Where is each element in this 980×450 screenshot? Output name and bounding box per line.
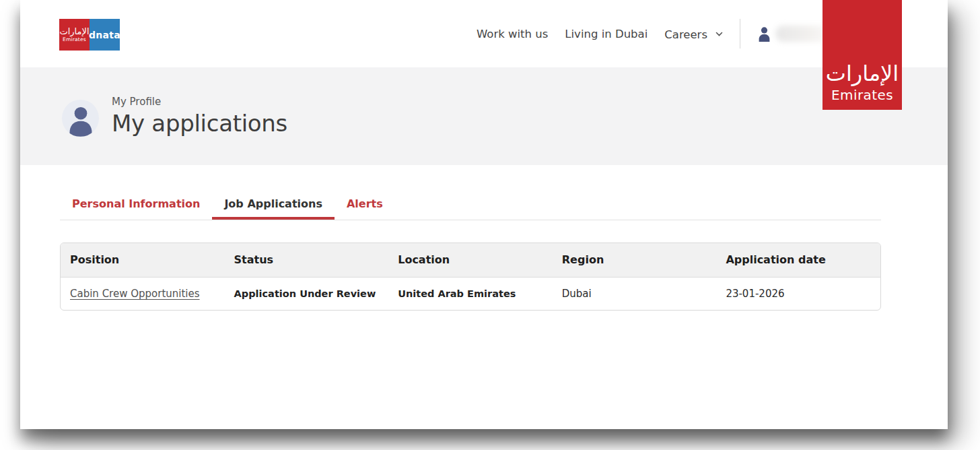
position-link[interactable]: Cabin Crew Opportunities (70, 288, 200, 300)
nav-item-careers[interactable]: Careers (664, 27, 723, 41)
nav-item-label: Work with us (477, 28, 548, 40)
table-row: Cabin Crew Opportunities Application Und… (61, 277, 880, 310)
region-cell: Dubai (553, 277, 717, 310)
page-window: الإمارات Emirates dnata Work with us Liv… (20, 0, 948, 429)
main-content: Personal Information Job Applications Al… (60, 197, 881, 311)
column-header-region: Region (553, 243, 717, 277)
tab-job-applications[interactable]: Job Applications (212, 197, 335, 220)
emirates-wordmark: Emirates (831, 87, 893, 103)
user-account-menu[interactable] (757, 26, 832, 42)
column-header-application-date: Application date (716, 243, 880, 277)
top-bar: الإمارات Emirates dnata Work with us Liv… (20, 0, 948, 67)
breadcrumb-my-profile: My Profile (112, 96, 287, 108)
nav-item-label: Living in Dubai (565, 28, 648, 40)
location-cell: United Arab Emirates (388, 277, 553, 310)
application-date-cell: 23-01-2026 (716, 277, 880, 310)
status-cell: Application Under Review (225, 277, 389, 310)
column-header-location: Location (388, 243, 553, 277)
nav-divider (740, 19, 740, 49)
tab-label: Alerts (347, 197, 383, 210)
profile-header-band: My Profile My applications (20, 67, 948, 165)
table-header-row: Position Status Location Region Applicat… (61, 243, 880, 277)
person-silhouette-icon (65, 104, 96, 137)
emirates-logo[interactable]: الإمارات Emirates (59, 19, 90, 51)
applications-table: Position Status Location Region Applicat… (60, 243, 881, 311)
avatar (62, 100, 99, 137)
page-title: My applications (112, 110, 287, 137)
tab-personal-information[interactable]: Personal Information (60, 197, 212, 220)
nav-item-work-with-us[interactable]: Work with us (477, 28, 548, 40)
chevron-down-icon (715, 27, 723, 40)
emirates-calligraphy-icon: الإمارات (826, 61, 899, 86)
column-header-position: Position (61, 243, 225, 277)
brand-logo-group: الإمارات Emirates dnata (59, 19, 120, 51)
dnata-logo-label: dnata (89, 30, 120, 40)
user-icon (757, 26, 771, 42)
tab-bar: Personal Information Job Applications Al… (60, 197, 881, 220)
nav-item-living-in-dubai[interactable]: Living in Dubai (565, 28, 648, 40)
emirates-ribbon-banner: الإمارات Emirates (823, 0, 902, 110)
tab-alerts[interactable]: Alerts (335, 197, 395, 220)
page-title-group: My Profile My applications (112, 96, 287, 137)
nav-item-label: Careers (664, 28, 707, 41)
emirates-calligraphy-icon: الإمارات (59, 27, 89, 36)
main-nav: Work with us Living in Dubai Careers (477, 0, 832, 67)
tab-label: Job Applications (224, 197, 322, 210)
dnata-logo[interactable]: dnata (90, 19, 120, 51)
column-header-status: Status (225, 243, 389, 277)
emirates-logo-label: Emirates (63, 36, 86, 42)
tab-label: Personal Information (72, 197, 200, 210)
